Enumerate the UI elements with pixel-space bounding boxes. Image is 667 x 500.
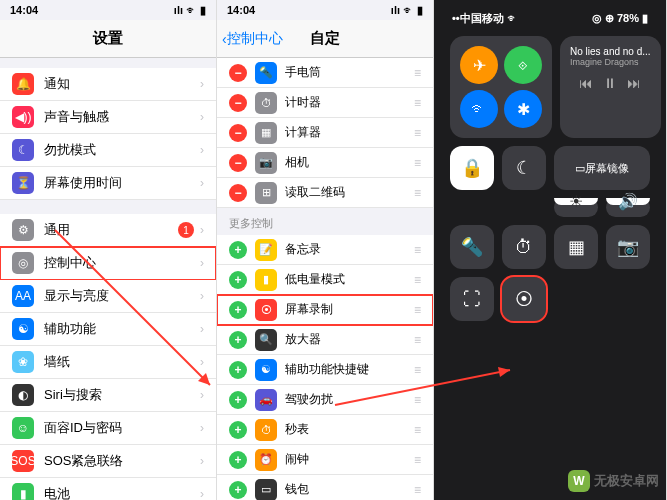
control-row[interactable]: −⏱计时器≡ — [217, 88, 433, 118]
reorder-icon[interactable]: ≡ — [414, 96, 421, 110]
pause-icon[interactable]: ⏸ — [603, 75, 617, 91]
control-row[interactable]: +⏰闹钟≡ — [217, 445, 433, 475]
brightness-slider[interactable]: ☀︎ — [554, 198, 598, 217]
settings-row[interactable]: ☾勿扰模式› — [0, 134, 216, 167]
reorder-icon[interactable]: ≡ — [414, 303, 421, 317]
add-button[interactable]: + — [229, 481, 247, 499]
remove-button[interactable]: − — [229, 154, 247, 172]
screen-record-button[interactable]: ⦿ — [502, 277, 546, 321]
settings-row[interactable]: ▮电池› — [0, 478, 216, 500]
control-row[interactable]: +🚗驾驶勿扰≡ — [217, 385, 433, 415]
reorder-icon[interactable]: ≡ — [414, 393, 421, 407]
chevron-icon: › — [200, 487, 204, 500]
prev-icon[interactable]: ⏮ — [579, 75, 593, 91]
volume-slider[interactable]: 🔊 — [606, 198, 650, 217]
control-row[interactable]: +⦿屏幕录制≡ — [217, 295, 433, 325]
row-icon: ⏱ — [255, 92, 277, 114]
dnd-button[interactable]: ☾ — [502, 146, 546, 190]
airplane-icon[interactable]: ✈︎ — [460, 46, 498, 84]
status-time: 14:04 — [10, 4, 38, 16]
add-button[interactable]: + — [229, 421, 247, 439]
status-right: ◎ ⊕ 78% ▮ — [592, 12, 648, 25]
bluetooth-icon[interactable]: ✱ — [504, 90, 542, 128]
nav-bar: 设置 — [0, 20, 216, 58]
control-row[interactable]: −⊞读取二维码≡ — [217, 178, 433, 208]
add-button[interactable]: + — [229, 331, 247, 349]
row-icon: ☾ — [12, 139, 34, 161]
timer-button[interactable]: ⏱ — [502, 225, 546, 269]
row-icon: ◀︎)) — [12, 106, 34, 128]
reorder-icon[interactable]: ≡ — [414, 156, 421, 170]
next-icon[interactable]: ⏭ — [627, 75, 641, 91]
control-row[interactable]: −📷相机≡ — [217, 148, 433, 178]
reorder-icon[interactable]: ≡ — [414, 126, 421, 140]
settings-row[interactable]: ◀︎))声音与触感› — [0, 101, 216, 134]
row-icon: ⏰ — [255, 449, 277, 471]
chevron-icon: › — [200, 322, 204, 336]
reorder-icon[interactable]: ≡ — [414, 273, 421, 287]
status-right: ılı ᯤ ▮ — [174, 4, 206, 17]
add-button[interactable]: + — [229, 241, 247, 259]
connectivity-tile[interactable]: ✈︎ ⟐ ᯤ ✱ — [450, 36, 552, 138]
wifi-icon[interactable]: ᯤ — [460, 90, 498, 128]
row-icon: ☯ — [255, 359, 277, 381]
settings-row[interactable]: ◐Siri与搜索› — [0, 379, 216, 412]
back-button[interactable]: ‹ 控制中心 — [222, 30, 283, 48]
reorder-icon[interactable]: ≡ — [414, 363, 421, 377]
reorder-icon[interactable]: ≡ — [414, 66, 421, 80]
reorder-icon[interactable]: ≡ — [414, 243, 421, 257]
control-row[interactable]: +▮低电量模式≡ — [217, 265, 433, 295]
settings-row[interactable]: ☺面容ID与密码› — [0, 412, 216, 445]
add-button[interactable]: + — [229, 271, 247, 289]
row-icon: ▮ — [255, 269, 277, 291]
settings-row[interactable]: SOSSOS紧急联络› — [0, 445, 216, 478]
row-label: 秒表 — [285, 421, 414, 438]
control-row[interactable]: +📝备忘录≡ — [217, 235, 433, 265]
add-button[interactable]: + — [229, 301, 247, 319]
settings-row[interactable]: ◎控制中心› — [0, 247, 216, 280]
row-icon: 📷 — [255, 152, 277, 174]
calculator-button[interactable]: ▦ — [554, 225, 598, 269]
remove-button[interactable]: − — [229, 94, 247, 112]
reorder-icon[interactable]: ≡ — [414, 186, 421, 200]
remove-button[interactable]: − — [229, 64, 247, 82]
row-icon: ◐ — [12, 384, 34, 406]
settings-row[interactable]: 🔔通知› — [0, 68, 216, 101]
settings-row[interactable]: ⚙︎通用1› — [0, 214, 216, 247]
settings-row[interactable]: AA显示与亮度› — [0, 280, 216, 313]
screen-mirror-button[interactable]: ▭ 屏幕镜像 — [554, 146, 650, 190]
control-row[interactable]: +⏱秒表≡ — [217, 415, 433, 445]
row-icon: ❀ — [12, 351, 34, 373]
add-button[interactable]: + — [229, 391, 247, 409]
chevron-icon: › — [200, 355, 204, 369]
signal-icon: ılı — [391, 4, 400, 16]
row-icon: 🔍 — [255, 329, 277, 351]
add-button[interactable]: + — [229, 361, 247, 379]
row-label: 声音与触感 — [44, 108, 200, 126]
control-row[interactable]: +▭钱包≡ — [217, 475, 433, 500]
remove-button[interactable]: − — [229, 124, 247, 142]
flashlight-button[interactable]: 🔦 — [450, 225, 494, 269]
control-row[interactable]: −🔦手电筒≡ — [217, 58, 433, 88]
control-row[interactable]: +☯辅助功能快捷键≡ — [217, 355, 433, 385]
settings-row[interactable]: ⏳屏幕使用时间› — [0, 167, 216, 200]
control-row[interactable]: −▦计算器≡ — [217, 118, 433, 148]
qr-button[interactable]: ⛶ — [450, 277, 494, 321]
music-tile[interactable]: No lies and no d... Imagine Dragons ⏮ ⏸ … — [560, 36, 661, 138]
settings-row[interactable]: ❀墙纸› — [0, 346, 216, 379]
orientation-lock-button[interactable]: 🔒 — [450, 146, 494, 190]
reorder-icon[interactable]: ≡ — [414, 333, 421, 347]
row-label: 闹钟 — [285, 451, 414, 468]
reorder-icon[interactable]: ≡ — [414, 423, 421, 437]
camera-button[interactable]: 📷 — [606, 225, 650, 269]
reorder-icon[interactable]: ≡ — [414, 483, 421, 497]
remove-button[interactable]: − — [229, 184, 247, 202]
watermark: W 无极安卓网 — [568, 470, 659, 492]
settings-row[interactable]: ☯辅助功能› — [0, 313, 216, 346]
add-button[interactable]: + — [229, 451, 247, 469]
cellular-icon[interactable]: ⟐ — [504, 46, 542, 84]
customize-pane: 14:04 ılı ᯤ ▮ ‹ 控制中心 自定 −🔦手电筒≡−⏱计时器≡−▦计算… — [217, 0, 434, 500]
reorder-icon[interactable]: ≡ — [414, 453, 421, 467]
row-icon: ⏳ — [12, 172, 34, 194]
control-row[interactable]: +🔍放大器≡ — [217, 325, 433, 355]
